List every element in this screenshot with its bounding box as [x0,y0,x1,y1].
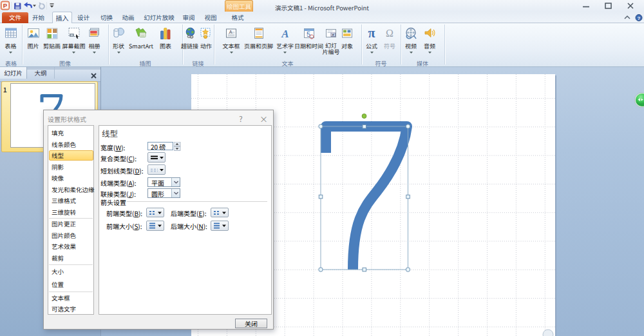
svg-text:Ω: Ω [386,28,393,39]
svg-text:?: ? [638,15,641,21]
svg-text:π: π [368,27,375,39]
svg-text:A: A [229,30,232,34]
svg-text:A: A [281,28,289,40]
